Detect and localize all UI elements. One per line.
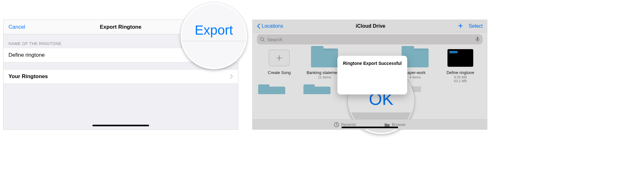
folder-icon[interactable] [303,84,330,94]
create-song-button[interactable]: Create Song [258,48,300,83]
file-time: 9:20 AM [454,75,467,79]
folder-paperwork-sub: 4 items [409,75,420,79]
file-define-ringtone[interactable]: Define ringtone 9:20 AM 63.1 MB [439,48,481,83]
search-field[interactable]: Search [257,34,483,44]
ringtone-name-value: Define ringtone [8,52,45,58]
folder-banking-name: Banking statements [307,70,342,75]
folder-icon [384,123,390,127]
folder-icon [311,48,338,67]
files-navbar: Locations iCloud Drive + Select [253,20,487,32]
plus-icon [269,50,290,66]
clock-icon [334,122,339,127]
svg-line-1 [263,40,264,42]
svg-rect-2 [477,37,478,40]
your-ringtones-label: Your Ringtones [8,73,48,80]
chevron-right-icon [230,74,233,79]
folder-banking-sub: 11 items [318,75,331,79]
recents-label: Recents [341,122,356,127]
export-button[interactable]: Export [195,23,233,38]
select-button[interactable]: Select [469,23,483,29]
add-button[interactable]: + [458,21,463,30]
export-success-alert: Ringtone Export Successful OK [337,56,407,94]
folder-paperwork-name: Paper-work [405,70,425,75]
back-locations-label: Locations [262,23,283,29]
file-size: 63.1 MB [454,79,467,83]
dictate-icon[interactable] [475,37,480,42]
search-icon [260,37,265,42]
file-name: Define ringtone [447,70,474,75]
cancel-button[interactable]: Cancel [8,24,25,30]
create-song-label: Create Song [268,70,291,75]
your-ringtones-row[interactable]: Your Ringtones [3,69,238,84]
folder-icon[interactable] [258,84,285,94]
alert-title: Ringtone Export Successful [342,61,403,66]
browse-tab[interactable]: Browse [384,122,405,127]
browse-label: Browse [392,122,405,127]
files-navbar-title: iCloud Drive [356,23,385,29]
home-indicator[interactable] [341,127,398,128]
search-placeholder: Search [267,37,282,42]
garageband-file-icon [447,49,473,67]
export-navbar-title: Export Ringtone [100,24,141,30]
export-magnifier: Export [180,3,247,69]
back-locations-button[interactable]: Locations [257,23,283,29]
chevron-left-icon [257,24,260,29]
home-indicator[interactable] [92,125,149,126]
